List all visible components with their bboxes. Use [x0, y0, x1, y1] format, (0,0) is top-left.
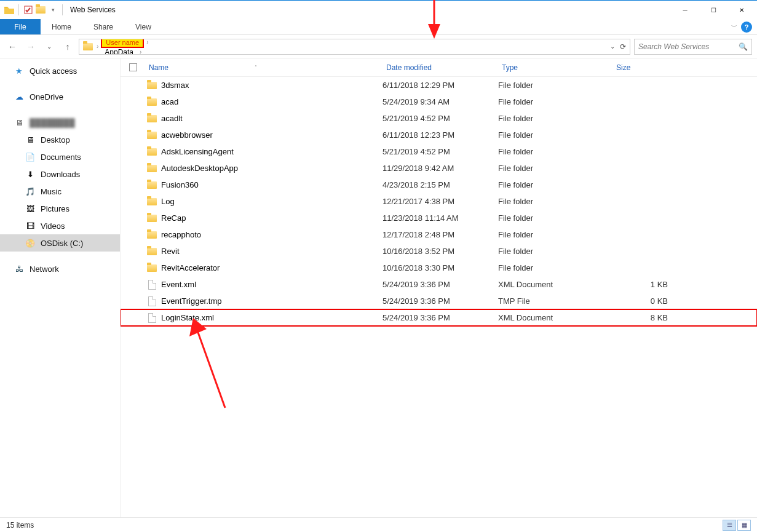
minimize-button[interactable]: ─	[671, 1, 699, 19]
folder-icon	[147, 215, 157, 222]
folder-row[interactable]: 3dsmax6/11/2018 12:29 PMFile folder	[121, 77, 757, 93]
tree-item[interactable]: 🖥Desktop	[0, 131, 120, 148]
nav-tree[interactable]: ★ Quick access ☁ OneDrive 🖥 ████████ 🖥De…	[0, 58, 121, 517]
row-date: 6/11/2018 12:23 PM	[382, 130, 498, 140]
chevron-right-icon[interactable]: ›	[144, 39, 151, 46]
row-size: 1 KB	[612, 280, 674, 289]
search-icon[interactable]: 🔍	[739, 42, 748, 51]
column-date[interactable]: Date modified	[382, 63, 498, 72]
view-details-button[interactable]: ☰	[723, 520, 736, 531]
folder-row[interactable]: RevitAccelerator10/16/2018 3:30 PMFile f…	[121, 260, 757, 276]
row-type: File folder	[498, 247, 612, 256]
address-dropdown-icon[interactable]: ⌄	[610, 43, 615, 50]
row-name: AdskLicensingAgent	[159, 147, 382, 156]
network-icon: 🖧	[14, 263, 25, 274]
address-bar[interactable]: › █████████›OSDisk (C:)›Users›User name›…	[79, 39, 630, 55]
refresh-icon[interactable]: ⟳	[620, 42, 626, 51]
tree-item[interactable]: 🎞Videos	[0, 217, 120, 234]
tree-item[interactable]: ⬇Downloads	[0, 165, 120, 183]
ribbon: File Home Share View ﹀ ?	[0, 19, 757, 35]
row-date: 5/24/2019 3:36 PM	[382, 313, 498, 322]
row-type: File folder	[498, 263, 612, 272]
maximize-button[interactable]: ☐	[699, 1, 727, 19]
sort-asc-icon: ˄	[255, 65, 257, 70]
row-date: 5/24/2019 3:36 PM	[382, 296, 498, 306]
row-name: 3dsmax	[159, 81, 382, 90]
separator	[18, 4, 19, 15]
file-row[interactable]: LoginState.xml5/24/2019 3:36 PMXML Docum…	[121, 309, 757, 326]
folder-row[interactable]: Revit10/16/2018 3:52 PMFile folder	[121, 243, 757, 260]
tree-item[interactable]: 📀OSDisk (C:)	[0, 234, 120, 252]
column-size[interactable]: Size	[612, 63, 686, 72]
folder-row[interactable]: recapphoto12/17/2018 2:48 PMFile folder	[121, 226, 757, 243]
breadcrumb-segment[interactable]: AppData›	[101, 48, 165, 55]
file-list[interactable]: 3dsmax6/11/2018 12:29 PMFile folderacad5…	[121, 77, 757, 517]
chevron-right-icon[interactable]: ›	[137, 49, 144, 55]
history-dropdown-icon[interactable]: ⌄	[42, 39, 57, 54]
properties-icon[interactable]	[23, 4, 34, 15]
file-tab[interactable]: File	[0, 19, 41, 34]
qat-dropdown-icon[interactable]: ▾	[47, 4, 58, 15]
folder-icon	[147, 82, 157, 89]
folder-row[interactable]: ReCap11/23/2018 11:14 AMFile folder	[121, 210, 757, 226]
row-type: File folder	[498, 230, 612, 239]
folder-row[interactable]: AutodeskDesktopApp11/29/2018 9:42 AMFile…	[121, 160, 757, 177]
tree-item[interactable]: 🖼Pictures	[0, 200, 120, 217]
row-date: 11/29/2018 9:42 AM	[382, 164, 498, 173]
select-all-checkbox[interactable]	[129, 63, 137, 71]
up-button[interactable]: ↑	[60, 39, 75, 54]
tree-this-pc[interactable]: 🖥 ████████	[0, 114, 120, 131]
breadcrumb-root-icon[interactable]: ›	[81, 39, 101, 54]
tree-item-icon: 📄	[25, 151, 36, 162]
tree-item-icon: 🎞	[25, 220, 36, 231]
folder-small-icon[interactable]	[35, 4, 46, 15]
row-date: 5/24/2019 9:34 AM	[382, 97, 498, 106]
row-type: File folder	[498, 130, 612, 140]
tab-share[interactable]: Share	[82, 19, 124, 34]
tree-network[interactable]: 🖧 Network	[0, 260, 120, 277]
folder-icon	[147, 231, 157, 239]
row-date: 10/16/2018 3:30 PM	[382, 263, 498, 272]
folder-icon	[147, 165, 157, 172]
file-row[interactable]: Event.xml5/24/2019 3:36 PMXML Document1 …	[121, 276, 757, 293]
folder-row[interactable]: acwebbrowser6/11/2018 12:23 PMFile folde…	[121, 127, 757, 143]
row-date: 6/11/2018 12:29 PM	[382, 81, 498, 90]
folder-row[interactable]: acadlt5/21/2019 4:52 PMFile folder	[121, 110, 757, 127]
tab-view[interactable]: View	[124, 19, 162, 34]
folder-icon	[147, 148, 157, 156]
close-button[interactable]: ✕	[727, 1, 756, 19]
folder-row[interactable]: acad5/24/2019 9:34 AMFile folder	[121, 93, 757, 110]
column-name[interactable]: Name ˄	[145, 63, 382, 72]
tree-item-icon: 📀	[25, 237, 36, 248]
row-type: File folder	[498, 97, 612, 106]
search-box[interactable]: 🔍	[634, 39, 752, 55]
folder-icon	[147, 198, 157, 205]
view-large-button[interactable]: ▦	[737, 520, 751, 531]
help-icon[interactable]: ?	[741, 22, 752, 33]
back-button[interactable]: ←	[5, 39, 20, 54]
column-type[interactable]: Type	[498, 63, 612, 72]
file-row[interactable]: EventTrigger.tmp5/24/2019 3:36 PMTMP Fil…	[121, 293, 757, 309]
row-date: 11/23/2018 11:14 AM	[382, 213, 498, 223]
folder-row[interactable]: Fusion3604/23/2018 2:15 PMFile folder	[121, 177, 757, 193]
row-date: 5/21/2019 4:52 PM	[382, 114, 498, 123]
folder-icon	[147, 132, 157, 139]
tab-home[interactable]: Home	[41, 19, 82, 34]
tree-onedrive[interactable]: ☁ OneDrive	[0, 88, 120, 105]
ribbon-collapse-icon[interactable]: ﹀	[731, 23, 737, 34]
forward-button[interactable]: →	[23, 39, 38, 54]
breadcrumb-segment[interactable]: User name›	[101, 39, 165, 48]
row-type: File folder	[498, 164, 612, 173]
tree-item[interactable]: 🎵Music	[0, 183, 120, 200]
folder-row[interactable]: AdskLicensingAgent5/21/2019 4:52 PMFile …	[121, 143, 757, 160]
tree-quick-access[interactable]: ★ Quick access	[0, 62, 120, 79]
search-input[interactable]	[638, 42, 739, 51]
folder-icon	[4, 4, 15, 15]
row-name: Log	[159, 197, 382, 206]
row-type: TMP File	[498, 296, 612, 306]
row-type: File folder	[498, 180, 612, 189]
folder-row[interactable]: Log12/21/2017 4:38 PMFile folder	[121, 193, 757, 210]
tree-item[interactable]: 📄Documents	[0, 148, 120, 165]
row-name: acwebbrowser	[159, 130, 382, 140]
file-icon	[148, 280, 156, 290]
